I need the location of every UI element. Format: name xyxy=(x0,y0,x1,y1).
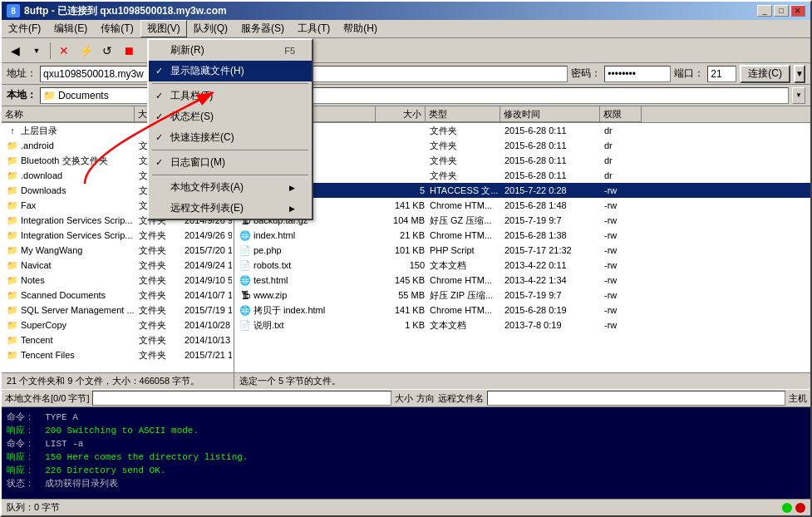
table-row[interactable]: 📁Integration Services Scrip... 文件夹 2014/… xyxy=(2,228,234,243)
remote-file-input[interactable] xyxy=(487,391,785,406)
right-panel: 远程： /htdocs/ ▼ 名称 ↑ 大小 类型 修改时间 权限 📁xinzh… xyxy=(234,85,810,389)
menu-help[interactable]: 帮助(H) xyxy=(337,20,384,37)
title-bar-left: 8 8uftp - 已连接到 qxu1098500018.my3w.com xyxy=(7,4,227,18)
right-col-date: 修改时间 xyxy=(500,106,600,122)
port-input[interactable] xyxy=(707,66,736,82)
connect-dropdown[interactable]: ▼ xyxy=(794,65,805,83)
right-panel-path-dropdown[interactable]: ▼ xyxy=(792,87,805,104)
remote-file-label: 远程文件名 xyxy=(438,392,484,405)
view-dropdown-menu[interactable]: 刷新(R) F5 ✓ 显示隐藏文件(H) ✓ 工具栏(T) ✓ 状态栏(S) ✓… xyxy=(147,38,313,220)
menu-server[interactable]: 服务器(S) xyxy=(234,20,291,37)
table-row[interactable]: 📁SuperCopy 文件夹 2014/10/28 10:... xyxy=(2,318,234,332)
log-line: 状态： 成功获得目录列表 xyxy=(7,477,805,490)
dropdown-sep2 xyxy=(152,150,308,150)
toolbar-refresh[interactable]: ↺ xyxy=(97,41,117,61)
menu-bar: 文件(F) 编辑(E) 传输(T) 视图(V) 队列(Q) 服务器(S) 工具(… xyxy=(2,20,810,38)
table-row[interactable]: 📄说明.txt 1 KB 文本文档 2013-7-8 0:19 -rw xyxy=(234,318,810,332)
menu-queue[interactable]: 队列(Q) xyxy=(187,20,234,37)
status-indicators xyxy=(782,503,805,513)
table-row[interactable]: 📁zhaopin 文件夹 2015-6-28 0:11 dr xyxy=(234,168,810,183)
log-panel: 命令： TYPE A 响应： 200 Switching to ASCII mo… xyxy=(2,407,810,499)
left-panel-path-icon: 📁 xyxy=(43,90,56,101)
log-line: 命令： LIST -a xyxy=(7,437,805,450)
table-row[interactable]: 📁yinxing 文件夹 2015-6-28 0:11 dr xyxy=(234,138,810,153)
view-menu-local-list[interactable]: 本地文件列表(A) ▶ xyxy=(149,177,312,198)
app-icon: 8 xyxy=(7,4,20,17)
transfer-bar: 本地文件名[0/0 字节] 大小 方向 远程文件名 主机 xyxy=(2,389,810,407)
local-file-input[interactable] xyxy=(92,391,391,406)
table-row[interactable]: 📁Scanned Documents 文件夹 2014/10/7 17:25 xyxy=(2,288,234,303)
table-row[interactable]: 📁xinzhanshoulu 文件夹 2015-6-28 0:11 dr xyxy=(234,123,810,138)
table-row[interactable]: 📄pe.php 101 KB PHP Script 2015-7-17 21:3… xyxy=(234,243,810,258)
table-row[interactable]: 📁SQL Server Management ... 文件夹 2015/7/19… xyxy=(2,303,234,318)
toolbar: ◀ ▼ ✕ ⚡ ↺ ⏹ xyxy=(2,38,810,63)
size-label: 大小 xyxy=(395,392,413,405)
table-row[interactable]: 📁My WangWang 文件夹 2015/7/20 17:02 xyxy=(2,243,234,258)
close-button[interactable]: ✕ xyxy=(790,5,805,17)
left-col-name: 名称 xyxy=(2,106,135,122)
host-label: 主机 xyxy=(789,392,807,405)
toolbar-dropdown[interactable]: ▼ xyxy=(27,41,47,61)
table-row[interactable]: 🌐拷贝于 index.html 141 KB Chrome HTM... 201… xyxy=(234,303,810,318)
bottom-status-bar: 队列：0 字节 xyxy=(2,499,810,515)
table-row[interactable]: 🌐aaa.html 141 KB Chrome HTM... 2015-6-28… xyxy=(234,198,810,213)
dropdown-sep3 xyxy=(152,175,308,175)
table-row[interactable]: 🗜www.zip 55 MB 好压 ZIP 压缩... 2015-7-19 9:… xyxy=(234,288,810,303)
view-menu-remote-list[interactable]: 远程文件列表(E) ▶ xyxy=(149,198,312,219)
view-menu-toolbar[interactable]: ✓ 工具栏(T) xyxy=(149,86,312,106)
port-label: 端口： xyxy=(674,66,704,81)
right-status-text: 选定一个 5 字节的文件。 xyxy=(239,375,341,387)
toolbar-sep1 xyxy=(50,42,51,59)
table-row[interactable]: 📁Tencent Files 文件夹 2015/7/21 17:01 xyxy=(2,347,234,362)
dir-label: 方向 xyxy=(416,392,435,405)
table-row[interactable]: 📁Tencent 文件夹 2014/10/13 10:... xyxy=(2,332,234,347)
indicator-green xyxy=(782,503,792,513)
right-testhtml-row[interactable]: 🌐test.html 145 KB Chrome HTM... 2013-4-2… xyxy=(234,273,810,288)
right-file-list-header: 名称 ↑ 大小 类型 修改时间 权限 xyxy=(234,106,810,123)
right-panel-header: 远程： /htdocs/ ▼ xyxy=(234,85,810,106)
menu-transfer[interactable]: 传输(T) xyxy=(94,20,140,37)
main-window: 8 8uftp - 已连接到 qxu1098500018.my3w.com _ … xyxy=(0,0,812,517)
menu-view[interactable]: 视图(V) xyxy=(140,20,187,37)
view-menu-logwindow[interactable]: ✓ 日志窗口(M) xyxy=(149,152,312,173)
queue-status: 队列：0 字节 xyxy=(7,501,60,514)
right-file-list[interactable]: 📁xinzhanshoulu 文件夹 2015-6-28 0:11 dr 📁yi… xyxy=(234,123,810,372)
table-row[interactable]: 🌐index.html 21 KB Chrome HTM... 2015-6-2… xyxy=(234,228,810,243)
pwd-input[interactable] xyxy=(604,66,671,82)
table-row[interactable]: 📁yule 文件夹 2015-6-28 0:11 dr xyxy=(234,153,810,168)
right-status-bar: 选定一个 5 字节的文件。 xyxy=(234,372,810,389)
window-title: 8uftp - 已连接到 qxu1098500018.my3w.com xyxy=(24,4,227,18)
view-menu-statusbar[interactable]: ✓ 状态栏(S) xyxy=(149,106,312,127)
log-line: 响应： 226 Directory send OK. xyxy=(7,464,805,476)
address-label: 地址： xyxy=(7,66,37,81)
indicator-red xyxy=(795,503,805,513)
table-row[interactable]: 📄robots.txt 150 文本文档 2013-4-22 0:11 -rw xyxy=(234,258,810,273)
view-menu-refresh[interactable]: 刷新(R) F5 xyxy=(149,40,312,61)
menu-edit[interactable]: 编辑(E) xyxy=(47,20,94,37)
address-bar: 地址： 密码： 端口： 连接(C) ▼ xyxy=(2,63,810,85)
toolbar-lightning[interactable]: ⚡ xyxy=(76,41,96,61)
connect-button[interactable]: 连接(C) xyxy=(740,65,790,83)
menu-tools[interactable]: 工具(T) xyxy=(291,20,337,37)
maximize-button[interactable]: □ xyxy=(774,5,789,17)
toolbar-back[interactable]: ◀ xyxy=(5,41,25,61)
right-col-perm: 权限 xyxy=(600,106,642,122)
local-file-label: 本地文件名[0/0 字节] xyxy=(5,392,89,405)
view-menu-quickconnect[interactable]: ✓ 快速连接栏(C) xyxy=(149,127,312,148)
toolbar-stop[interactable]: ⏹ xyxy=(119,41,139,61)
split-container: 本地： 📁 Documents ▼ 名称 大小/类型 修改时间 ↑上层目录 xyxy=(2,85,810,389)
left-panel-label: 本地： xyxy=(7,88,37,102)
view-menu-show-hidden[interactable]: ✓ 显示隐藏文件(H) xyxy=(149,61,312,81)
toolbar-disconnect[interactable]: ✕ xyxy=(54,41,74,61)
table-row[interactable]: 📁Navicat 文件夹 2014/9/24 14:24 xyxy=(2,258,234,273)
table-row[interactable]: 📁Notes 文件夹 2014/9/10 5:17 xyxy=(2,273,234,288)
table-row[interactable]: 🗜backup.tar.gz 104 MB 好压 GZ 压缩... 2015-7… xyxy=(234,213,810,228)
pwd-label: 密码： xyxy=(571,66,601,81)
title-bar: 8 8uftp - 已连接到 qxu1098500018.my3w.com _ … xyxy=(2,2,810,20)
log-line: 响应： 200 Switching to ASCII mode. xyxy=(7,424,805,436)
menu-file[interactable]: 文件(F) xyxy=(2,20,47,37)
right-col-type: 类型 xyxy=(426,106,500,122)
minimize-button[interactable]: _ xyxy=(757,5,772,17)
right-htaccess-row[interactable]: 🗒.htaccess 5 HTACCESS 文... 2015-7-22 0:2… xyxy=(234,183,810,198)
left-status-text: 21 个文件夹和 9 个文件，大小：466058 字节。 xyxy=(7,375,199,387)
